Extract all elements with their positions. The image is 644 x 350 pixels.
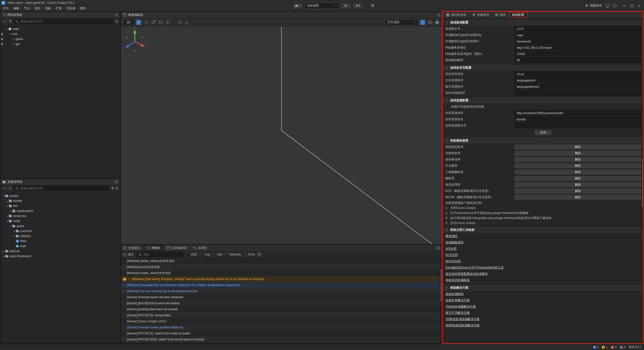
expand-chevron-icon[interactable] bbox=[9, 210, 12, 212]
view-settings-button[interactable] bbox=[435, 20, 440, 25]
log-filter[interactable]: Log bbox=[200, 253, 210, 256]
panel-menu-icon[interactable] bbox=[437, 14, 440, 16]
play-button[interactable] bbox=[341, 3, 351, 9]
log-row[interactable]: [Window] ecs文件夹存在 bbox=[121, 264, 442, 270]
doc-link[interactable]: ECS文档 bbox=[443, 252, 643, 258]
rotate-tool-button[interactable] bbox=[143, 20, 148, 25]
tree-row[interactable]: assets bbox=[1, 193, 120, 198]
tab-framework-config[interactable]: 框架配置 bbox=[509, 12, 528, 18]
tree-row[interactable]: oops-framework bbox=[1, 254, 120, 259]
field-input[interactable] bbox=[515, 123, 641, 128]
doc-link[interactable]: 游戏模板项目 bbox=[443, 239, 643, 246]
tree-row[interactable]: root bbox=[1, 31, 120, 36]
hierarchy-search-input[interactable] bbox=[20, 19, 111, 23]
field-input[interactable] bbox=[515, 84, 641, 89]
delete-module-button[interactable]: 删除 bbox=[515, 163, 641, 168]
solution-link[interactable]: 新手引导解决方案 bbox=[443, 310, 643, 316]
expand-chevron-icon[interactable] bbox=[13, 235, 16, 238]
expand-chevron-icon[interactable] bbox=[2, 250, 5, 253]
tab-service[interactable]: 服务 bbox=[493, 12, 509, 18]
solution-link[interactable]: 2D角色扮演游戏解决方案 bbox=[443, 316, 643, 322]
field-input[interactable] bbox=[515, 78, 641, 83]
doc-link[interactable]: 原生包热更新配置自动生成插件 bbox=[443, 271, 643, 277]
log-row[interactable]: [Window] render_texture文件夹存在 bbox=[121, 258, 442, 264]
layout-button[interactable] bbox=[370, 3, 375, 8]
console-scrollbar[interactable] bbox=[440, 258, 442, 343]
log-checkbox[interactable] bbox=[200, 253, 203, 256]
field-input[interactable] bbox=[515, 110, 641, 116]
console-search[interactable] bbox=[137, 252, 183, 257]
tree-row[interactable]: initialize bbox=[1, 234, 120, 239]
section-language-config[interactable]: 游戏多语言配置 bbox=[443, 64, 643, 71]
tab-asset-preview[interactable]: 资源预览 bbox=[121, 245, 143, 251]
panel-menu-icon[interactable] bbox=[115, 14, 118, 16]
export-log-icon[interactable] bbox=[258, 253, 261, 256]
add-node-button[interactable] bbox=[2, 19, 7, 24]
expand-arrow-icon[interactable] bbox=[128, 277, 130, 281]
tree-row[interactable]: resources bbox=[1, 213, 120, 218]
build-publish-button[interactable]: 构建发布 bbox=[585, 4, 602, 8]
log-row[interactable]: [Scene] [PHYSICS2D]: switch from box2d-w… bbox=[121, 336, 442, 342]
anchor-tool-button[interactable] bbox=[165, 20, 170, 25]
refresh-icon[interactable] bbox=[115, 187, 118, 190]
minimize-button[interactable] bbox=[620, 0, 628, 11]
filter-icon[interactable] bbox=[9, 20, 12, 23]
tree-row[interactable]: common bbox=[1, 229, 120, 234]
assets-search-input[interactable] bbox=[20, 186, 107, 190]
preview-monitor-icon[interactable] bbox=[606, 4, 609, 7]
delete-module-button[interactable]: 删除 bbox=[515, 145, 641, 149]
expand-chevron-icon[interactable] bbox=[5, 28, 9, 30]
expand-chevron-icon[interactable] bbox=[6, 205, 9, 207]
sort-icon[interactable] bbox=[9, 187, 12, 190]
field-input[interactable] bbox=[515, 71, 641, 77]
warning-filter[interactable]: Warning bbox=[225, 253, 241, 256]
info-checkbox[interactable] bbox=[213, 253, 216, 256]
delete-module-button[interactable]: 删除 bbox=[515, 157, 641, 162]
step-button[interactable] bbox=[353, 3, 363, 9]
gizmo-space-button[interactable] bbox=[185, 20, 190, 25]
delete-module-button[interactable]: 删除 bbox=[515, 176, 641, 181]
doc-link[interactable]: 动画状态机编辑器 bbox=[443, 277, 643, 283]
inspector-scrollbar[interactable] bbox=[641, 18, 643, 343]
field-input[interactable] bbox=[515, 26, 641, 31]
log-row[interactable]: [Window] model_view文件夹存在 bbox=[121, 270, 442, 276]
field-input[interactable] bbox=[515, 32, 641, 38]
tree-row[interactable]: main bbox=[1, 26, 120, 31]
warning-checkbox[interactable] bbox=[225, 253, 228, 256]
rect-tool-button[interactable] bbox=[158, 20, 163, 25]
clear-console-button[interactable]: 清空 bbox=[123, 252, 134, 257]
expand-chevron-icon[interactable] bbox=[9, 225, 12, 228]
expand-chevron-icon[interactable] bbox=[6, 200, 9, 202]
section-solutions[interactable]: 框架解决方案 bbox=[443, 284, 643, 291]
filter-icon[interactable] bbox=[111, 187, 114, 190]
doc-link[interactable]: 教程项目 bbox=[443, 233, 643, 239]
scene-viewport[interactable]: Y X Z bbox=[121, 27, 442, 244]
move-tool-button[interactable] bbox=[136, 20, 141, 25]
error-checkbox[interactable] bbox=[244, 253, 247, 256]
log-row[interactable]: [Scene] [PHYSICS]: using builtin. bbox=[121, 312, 442, 318]
field-input[interactable] bbox=[515, 45, 641, 50]
regex-filter[interactable]: 正则 bbox=[186, 252, 197, 257]
menu-item[interactable]: 文件 bbox=[1, 6, 11, 11]
field-input[interactable] bbox=[515, 39, 641, 44]
view-mode-select[interactable]: 正常浏览 bbox=[385, 19, 418, 25]
close-button[interactable] bbox=[635, 0, 643, 11]
delete-module-button[interactable]: 删除 bbox=[515, 170, 641, 174]
tree-row[interactable]: game bbox=[1, 224, 120, 229]
tab-property-inspector[interactable]: 属性检查器 bbox=[443, 12, 469, 18]
warning-count[interactable]: 1 bbox=[602, 345, 608, 349]
delete-module-button[interactable]: 删除 bbox=[515, 195, 641, 200]
menu-item[interactable]: 帮助 bbox=[77, 6, 88, 11]
solution-link[interactable]: Tiledmap地图解决方案 bbox=[443, 303, 643, 310]
tree-row[interactable]: Main bbox=[1, 239, 120, 244]
doc-link[interactable]: API文档 bbox=[443, 246, 643, 252]
log-row[interactable]: [Scene] Forward render pipeline initiali… bbox=[121, 324, 442, 330]
field-input[interactable] bbox=[515, 117, 641, 122]
expand-chevron-icon[interactable] bbox=[6, 215, 9, 217]
hierarchy-search[interactable] bbox=[13, 19, 113, 24]
log-row[interactable]: [Scene] [box2d]:box2d wasm lib loaded. bbox=[121, 300, 442, 306]
section-module-trim[interactable]: 框架模块裁剪 bbox=[443, 137, 643, 144]
expand-arrow-icon[interactable] bbox=[123, 289, 125, 293]
field-input[interactable] bbox=[515, 58, 641, 63]
solution-link[interactable]: 3D角色扮演游戏解决方案 bbox=[443, 322, 643, 329]
